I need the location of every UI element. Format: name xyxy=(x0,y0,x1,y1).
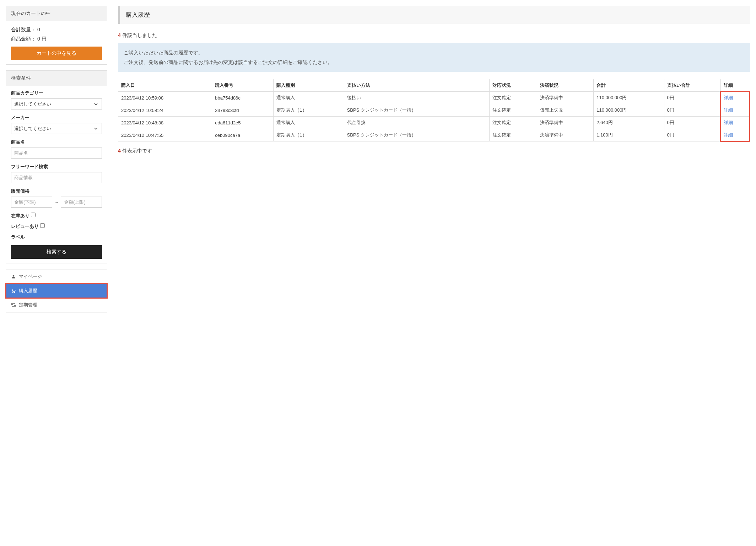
user-icon xyxy=(11,274,16,279)
table-cell: 注文確定 xyxy=(490,104,537,117)
stock-checkbox[interactable] xyxy=(31,213,36,217)
label-label: ラベル xyxy=(11,234,102,240)
table-row: 2023/04/12 10:59:08bba754d86c通常購入後払い注文確定… xyxy=(118,92,750,104)
table-cell: 代金引換 xyxy=(344,117,490,129)
table-cell: 110,000,000円 xyxy=(594,92,664,104)
detail-link[interactable]: 詳細 xyxy=(724,132,733,138)
table-header: 購入種別 xyxy=(274,79,344,92)
table-cell: 決済準備中 xyxy=(537,129,594,141)
search-panel: 検索条件 商品カテゴリー 選択してください メーカー 選択してください 商品名 xyxy=(6,70,107,263)
nav-mypage-label: マイページ xyxy=(19,273,42,280)
cart-icon xyxy=(11,288,16,293)
cart-header: 現在のカートの中 xyxy=(6,6,107,21)
svg-point-2 xyxy=(15,292,15,293)
table-cell: 2023/04/12 10:48:38 xyxy=(118,117,212,129)
table-row: 2023/04/12 10:48:38eda611d2e5通常購入代金引換注文確… xyxy=(118,117,750,129)
cart-amount: 商品金額： 0 円 xyxy=(11,34,102,44)
table-cell: eda611d2e5 xyxy=(212,117,274,129)
product-name-label: 商品名 xyxy=(11,139,102,145)
review-checkbox[interactable] xyxy=(40,223,45,228)
after-count: 4 件表示中です xyxy=(118,148,750,154)
detail-cell: 詳細 xyxy=(720,117,750,129)
order-table: 購入日購入番号購入種別支払い方法対応状況決済状況合計支払い合計詳細 2023/0… xyxy=(118,79,750,141)
table-cell: 通常購入 xyxy=(274,117,344,129)
table-header: 対応状況 xyxy=(490,79,537,92)
table-cell: 2,640円 xyxy=(594,117,664,129)
table-header: 支払い方法 xyxy=(344,79,490,92)
table-cell: 決済準備中 xyxy=(537,117,594,129)
table-cell: ceb090ca7a xyxy=(212,129,274,141)
table-cell: 0円 xyxy=(664,104,720,117)
table-header: 購入日 xyxy=(118,79,212,92)
maker-select[interactable]: 選択してください xyxy=(11,123,102,134)
result-count-num: 4 xyxy=(118,32,121,38)
info-box: ご購入いただいた商品の履歴です。 ご注文後、発送前の商品に関するお届け先の変更は… xyxy=(118,43,750,72)
table-cell: 通常購入 xyxy=(274,92,344,104)
table-cell: 0円 xyxy=(664,92,720,104)
table-cell: bba754d86c xyxy=(212,92,274,104)
nav-subscription[interactable]: 定期管理 xyxy=(6,298,107,312)
nav-subscription-label: 定期管理 xyxy=(19,302,37,308)
after-count-suffix: 件表示中です xyxy=(121,148,152,154)
result-count-suffix: 件該当しました xyxy=(121,32,157,38)
table-cell: 2023/04/12 10:58:24 xyxy=(118,104,212,117)
svg-point-1 xyxy=(12,292,13,293)
table-cell: 後払い xyxy=(344,92,490,104)
refresh-icon xyxy=(11,303,16,307)
result-count: 4 件該当しました xyxy=(118,32,750,39)
detail-cell: 詳細 xyxy=(720,104,750,117)
price-label: 販売価格 xyxy=(11,188,102,194)
category-label: 商品カテゴリー xyxy=(11,90,102,96)
svg-point-0 xyxy=(13,275,15,277)
table-cell: 決済準備中 xyxy=(537,92,594,104)
nav-panel: マイページ 購入履歴 定期管理 xyxy=(6,269,107,312)
table-header: 購入番号 xyxy=(212,79,274,92)
table-cell: SBPS クレジットカード（一括） xyxy=(344,104,490,117)
maker-label: メーカー xyxy=(11,114,102,121)
table-cell: 0円 xyxy=(664,117,720,129)
price-max-input[interactable] xyxy=(61,197,102,208)
search-button[interactable]: 検索する xyxy=(11,245,102,259)
stock-label[interactable]: 在庫あり xyxy=(11,213,36,218)
table-cell: 定期購入（1） xyxy=(274,104,344,117)
table-header: 詳細 xyxy=(720,79,750,92)
table-cell: 0円 xyxy=(664,129,720,141)
table-cell: 110,000,000円 xyxy=(594,104,664,117)
nav-history[interactable]: 購入履歴 xyxy=(6,284,107,298)
table-cell: 33798c3cfd xyxy=(212,104,274,117)
table-cell: 仮売上失敗 xyxy=(537,104,594,117)
table-cell: 注文確定 xyxy=(490,129,537,141)
freeword-input[interactable] xyxy=(11,172,102,183)
table-cell: 注文確定 xyxy=(490,117,537,129)
tilde: ~ xyxy=(55,199,58,205)
table-cell: 2023/04/12 10:47:55 xyxy=(118,129,212,141)
table-row: 2023/04/12 10:47:55ceb090ca7a定期購入（1）SBPS… xyxy=(118,129,750,141)
detail-cell: 詳細 xyxy=(720,129,750,141)
table-cell: 定期購入（1） xyxy=(274,129,344,141)
cart-qty: 合計数量： 0 xyxy=(11,25,102,34)
search-header: 検索条件 xyxy=(6,71,107,86)
product-name-input[interactable] xyxy=(11,148,102,159)
after-count-num: 4 xyxy=(118,148,121,154)
nav-mypage[interactable]: マイページ xyxy=(6,269,107,284)
detail-link[interactable]: 詳細 xyxy=(724,120,733,125)
table-header: 合計 xyxy=(594,79,664,92)
info-line-1: ご購入いただいた商品の履歴です。 xyxy=(124,48,745,58)
price-min-input[interactable] xyxy=(11,197,52,208)
detail-link[interactable]: 詳細 xyxy=(724,95,733,100)
freeword-label: フリーワード検索 xyxy=(11,164,102,170)
review-label[interactable]: レビューあり xyxy=(11,224,45,229)
category-select[interactable]: 選択してください xyxy=(11,98,102,109)
table-cell: 注文確定 xyxy=(490,92,537,104)
detail-link[interactable]: 詳細 xyxy=(724,107,733,113)
table-row: 2023/04/12 10:58:2433798c3cfd定期購入（1）SBPS… xyxy=(118,104,750,117)
table-header: 支払い合計 xyxy=(664,79,720,92)
cart-panel: 現在のカートの中 合計数量： 0 商品金額： 0 円 カートの中を見る xyxy=(6,6,107,65)
page-title: 購入履歴 xyxy=(118,6,750,24)
info-line-2: ご注文後、発送前の商品に関するお届け先の変更は該当するご注文の詳細をご確認くださ… xyxy=(124,58,745,67)
detail-cell: 詳細 xyxy=(720,92,750,104)
table-cell: 1,100円 xyxy=(594,129,664,141)
table-cell: 2023/04/12 10:59:08 xyxy=(118,92,212,104)
nav-history-label: 購入履歴 xyxy=(19,288,37,294)
view-cart-button[interactable]: カートの中を見る xyxy=(11,47,102,60)
